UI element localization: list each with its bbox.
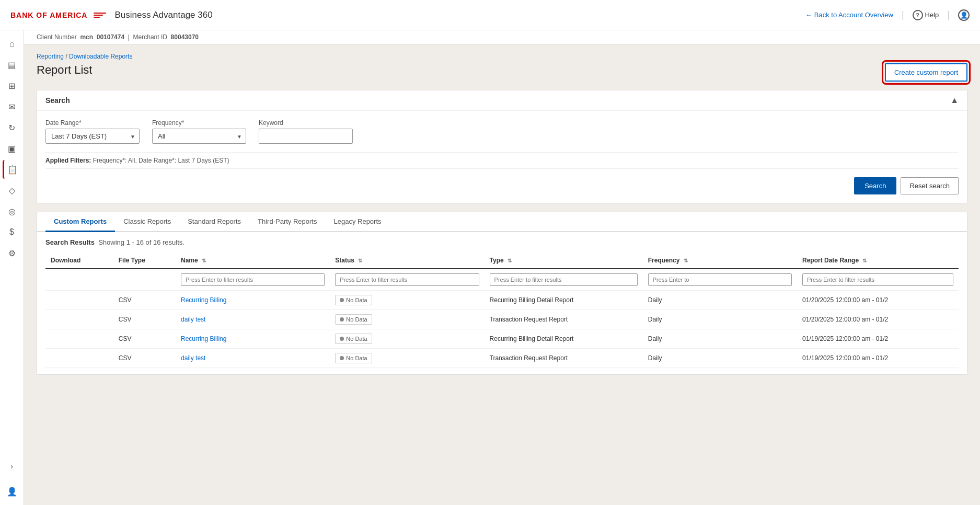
sidebar-item-user[interactable]: 👤 bbox=[3, 482, 21, 501]
search-section: Search ▲ Date Range* Last 7 Days (EST) F… bbox=[37, 90, 967, 203]
sidebar-item-dashboard[interactable]: ▤ bbox=[3, 55, 21, 74]
col-download: Download bbox=[45, 252, 113, 269]
table-row: CSV Recurring Billing No Data Recurring … bbox=[45, 291, 959, 310]
frequency-select[interactable]: All bbox=[152, 129, 246, 144]
sidebar-item-sync[interactable]: ↻ bbox=[3, 118, 21, 137]
report-name-link[interactable]: Recurring Billing bbox=[181, 296, 226, 304]
search-collapse-button[interactable]: ▲ bbox=[950, 96, 959, 105]
create-custom-report-button[interactable]: Create custom report bbox=[885, 63, 967, 82]
col-date-range[interactable]: Report Date Range ⇅ bbox=[797, 252, 959, 269]
cell-frequency: Daily bbox=[643, 349, 797, 368]
sort-name-icon: ⇅ bbox=[202, 258, 206, 263]
tab-standard-reports[interactable]: Standard Reports bbox=[179, 212, 249, 232]
header-right: Back to Account Overview | ? Help | 👤 bbox=[805, 9, 970, 21]
tab-third-party-reports[interactable]: Third-Party Reports bbox=[249, 212, 325, 232]
main-content: Client Number mcn_00107474 | Merchant ID… bbox=[24, 30, 980, 505]
filter-name-input[interactable] bbox=[181, 273, 325, 286]
back-to-overview-link[interactable]: Back to Account Overview bbox=[805, 11, 893, 19]
report-name-link[interactable]: Recurring Billing bbox=[181, 335, 226, 342]
header-divider2: | bbox=[947, 9, 950, 20]
tab-classic-reports[interactable]: Classic Reports bbox=[115, 212, 179, 232]
cell-download bbox=[45, 329, 113, 349]
search-button[interactable]: Search bbox=[854, 177, 896, 194]
keyword-label: Keyword bbox=[259, 119, 353, 127]
cell-date-range: 01/19/2025 12:00:00 am - 01/2 bbox=[797, 329, 959, 349]
frequency-label: Frequency* bbox=[152, 119, 246, 127]
search-body: Date Range* Last 7 Days (EST) Frequency*… bbox=[37, 111, 967, 203]
status-badge: No Data bbox=[335, 295, 372, 305]
col-name[interactable]: Name ⇅ bbox=[176, 252, 330, 269]
sidebar: ⌂ ▤ ⊞ ✉ ↻ ▣ 📋 ◇ ◎ $ ⚙ › 👤 bbox=[0, 30, 24, 505]
user-icon[interactable]: 👤 bbox=[958, 9, 970, 21]
col-frequency[interactable]: Frequency ⇅ bbox=[643, 252, 797, 269]
status-badge: No Data bbox=[335, 314, 372, 325]
tab-custom-reports[interactable]: Custom Reports bbox=[45, 212, 115, 232]
sort-type-icon: ⇅ bbox=[508, 258, 512, 263]
app-body: ⌂ ▤ ⊞ ✉ ↻ ▣ 📋 ◇ ◎ $ ⚙ › 👤 Client Number … bbox=[0, 30, 980, 505]
results-title: Search Results bbox=[45, 238, 95, 246]
breadcrumb-downloadable[interactable]: Downloadable Reports bbox=[69, 53, 132, 60]
breadcrumb: Reporting / Downloadable Reports bbox=[37, 53, 967, 60]
status-badge: No Data bbox=[335, 353, 372, 363]
status-badge: No Data bbox=[335, 334, 372, 344]
reset-search-button[interactable]: Reset search bbox=[901, 177, 959, 194]
results-body: CSV Recurring Billing No Data Recurring … bbox=[45, 291, 959, 368]
filter-status-input[interactable] bbox=[335, 273, 479, 286]
cell-type: Transaction Request Report bbox=[485, 310, 643, 329]
cell-download bbox=[45, 349, 113, 368]
date-range-select[interactable]: Last 7 Days (EST) bbox=[45, 129, 140, 144]
sort-date-icon: ⇅ bbox=[862, 258, 867, 263]
sidebar-item-home[interactable]: ⌂ bbox=[3, 35, 21, 53]
logo-text: BANK OF AMERICA bbox=[10, 11, 87, 19]
cell-status: No Data bbox=[330, 291, 484, 310]
search-header: Search ▲ bbox=[37, 90, 967, 111]
logo: BANK OF AMERICA bbox=[10, 11, 106, 19]
report-name-link[interactable]: daily test bbox=[181, 354, 205, 362]
filter-frequency bbox=[643, 269, 797, 291]
cell-file-type: CSV bbox=[113, 291, 176, 310]
search-actions: Search Reset search bbox=[45, 175, 959, 194]
sidebar-item-currency[interactable]: $ bbox=[3, 223, 21, 242]
sidebar-item-messages[interactable]: ✉ bbox=[3, 97, 21, 116]
sidebar-item-reports[interactable]: 📋 bbox=[3, 160, 21, 179]
filter-type bbox=[485, 269, 643, 291]
cell-status: No Data bbox=[330, 329, 484, 349]
cell-date-range: 01/20/2025 12:00:00 am - 01/2 bbox=[797, 291, 959, 310]
filter-frequency-input[interactable] bbox=[648, 273, 792, 286]
sidebar-item-settings[interactable]: ◎ bbox=[3, 202, 21, 221]
filter-date-input[interactable] bbox=[802, 273, 953, 286]
client-number: mcn_00107474 bbox=[80, 33, 124, 41]
cell-download bbox=[45, 310, 113, 329]
cell-download bbox=[45, 291, 113, 310]
sidebar-item-monitor[interactable]: ▣ bbox=[3, 139, 21, 158]
tab-legacy-reports[interactable]: Legacy Reports bbox=[325, 212, 389, 232]
cell-type: Transaction Request Report bbox=[485, 349, 643, 368]
cell-frequency: Daily bbox=[643, 291, 797, 310]
col-file-type: File Type bbox=[113, 252, 176, 269]
breadcrumb-reporting[interactable]: Reporting bbox=[37, 53, 64, 60]
filter-file-type bbox=[113, 269, 176, 291]
keyword-input[interactable] bbox=[259, 129, 353, 144]
help-button[interactable]: ? Help bbox=[913, 10, 939, 20]
date-range-group: Date Range* Last 7 Days (EST) bbox=[45, 119, 140, 144]
cell-status: No Data bbox=[330, 349, 484, 368]
sidebar-item-tools[interactable]: ⚙ bbox=[3, 244, 21, 262]
merchant-label: Merchant ID bbox=[133, 33, 167, 41]
cell-date-range: 01/19/2025 12:00:00 am - 01/2 bbox=[797, 349, 959, 368]
merchant-id: 80043070 bbox=[171, 33, 199, 41]
results-table: Download File Type Name ⇅ Status ⇅ Type … bbox=[45, 252, 959, 368]
sidebar-item-security[interactable]: ◇ bbox=[3, 181, 21, 200]
client-label: Client Number bbox=[37, 33, 77, 41]
filter-name bbox=[176, 269, 330, 291]
page-area: Reporting / Downloadable Reports Report … bbox=[24, 44, 980, 505]
sidebar-item-grid[interactable]: ⊞ bbox=[3, 76, 21, 95]
results-section: Search Results Showing 1 - 16 of 16 resu… bbox=[37, 232, 967, 374]
report-name-link[interactable]: daily test bbox=[181, 316, 205, 323]
col-status[interactable]: Status ⇅ bbox=[330, 252, 484, 269]
cell-name: daily test bbox=[176, 310, 330, 329]
logo-lines bbox=[94, 13, 106, 18]
sidebar-expand-button[interactable]: › bbox=[3, 457, 21, 476]
keyword-group: Keyword bbox=[259, 119, 353, 144]
col-type[interactable]: Type ⇅ bbox=[485, 252, 643, 269]
filter-type-input[interactable] bbox=[490, 273, 638, 286]
